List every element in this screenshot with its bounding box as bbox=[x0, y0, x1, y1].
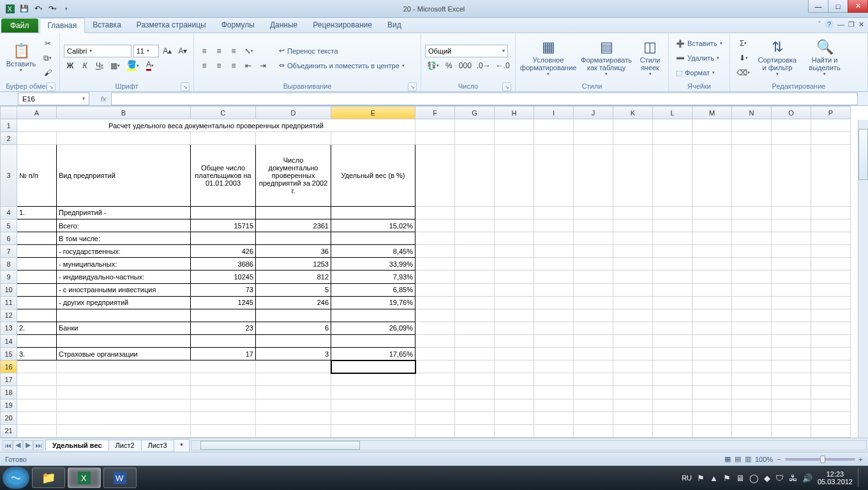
cell-N21[interactable] bbox=[732, 424, 772, 437]
workbook-close-icon[interactable]: ✕ bbox=[858, 20, 864, 29]
cell-H12[interactable] bbox=[495, 309, 534, 322]
col-header-N[interactable]: N bbox=[732, 107, 772, 119]
cell-B5[interactable]: Всего: bbox=[57, 219, 191, 232]
row-header-13[interactable]: 13 bbox=[1, 322, 17, 334]
scrollbar-thumb[interactable] bbox=[200, 441, 360, 450]
cell-B3[interactable]: Вид предприятий bbox=[57, 145, 191, 207]
tray-network-icon[interactable]: 🖧 bbox=[789, 473, 797, 483]
cell-M3[interactable] bbox=[692, 145, 732, 207]
cell-J15[interactable] bbox=[574, 348, 613, 360]
cell-H20[interactable] bbox=[495, 412, 534, 424]
cell-H5[interactable] bbox=[495, 219, 534, 232]
cell-L11[interactable] bbox=[653, 296, 692, 309]
cell-I20[interactable] bbox=[534, 412, 574, 424]
cell-A18[interactable] bbox=[17, 386, 57, 399]
cell-H2[interactable] bbox=[495, 132, 534, 145]
col-header-M[interactable]: M bbox=[692, 107, 732, 119]
cell-K15[interactable] bbox=[613, 348, 653, 360]
cell-O11[interactable] bbox=[772, 296, 811, 309]
cell-K1[interactable] bbox=[613, 119, 653, 132]
cell-K4[interactable] bbox=[613, 206, 653, 219]
cell-J21[interactable] bbox=[574, 424, 613, 437]
cell-K14[interactable] bbox=[613, 334, 653, 347]
cell-J8[interactable] bbox=[574, 258, 613, 271]
cell-K19[interactable] bbox=[613, 399, 653, 412]
accounting-format-button[interactable]: 💱▾ bbox=[425, 59, 440, 72]
cell-F16[interactable] bbox=[415, 360, 455, 373]
cell-M18[interactable] bbox=[692, 386, 732, 399]
underline-button[interactable]: Ч▾ bbox=[93, 59, 106, 72]
number-dialog-icon[interactable]: ↘ bbox=[502, 82, 511, 91]
cell-B8[interactable]: - муниципальных: bbox=[57, 258, 191, 271]
cell-M11[interactable] bbox=[692, 296, 732, 309]
cell-A12[interactable] bbox=[17, 309, 57, 322]
cell-E8[interactable]: 33,99% bbox=[331, 258, 415, 271]
scrollbar-thumb[interactable] bbox=[858, 129, 868, 180]
col-header-H[interactable]: H bbox=[495, 107, 534, 119]
cell-P14[interactable] bbox=[811, 334, 851, 347]
cell-J3[interactable] bbox=[574, 145, 613, 207]
cell-F5[interactable] bbox=[415, 219, 455, 232]
select-all[interactable] bbox=[1, 107, 17, 119]
cell-A6[interactable] bbox=[17, 232, 57, 245]
sheet-nav-next-icon[interactable]: ▶ bbox=[23, 440, 33, 450]
fill-button[interactable]: ⬇▾ bbox=[734, 52, 752, 64]
cell-A15[interactable]: 3. bbox=[17, 348, 57, 360]
cell-L20[interactable] bbox=[653, 412, 692, 424]
cell-G7[interactable] bbox=[455, 245, 495, 258]
cell-D2[interactable] bbox=[256, 132, 331, 145]
borders-button[interactable]: ▦▾ bbox=[108, 59, 123, 72]
cell-I8[interactable] bbox=[534, 258, 574, 271]
cell-J5[interactable] bbox=[574, 219, 613, 232]
cell-F7[interactable] bbox=[415, 245, 455, 258]
cell-K21[interactable] bbox=[613, 424, 653, 437]
cell-O14[interactable] bbox=[772, 334, 811, 347]
cell-L12[interactable] bbox=[653, 309, 692, 322]
cell-L19[interactable] bbox=[653, 399, 692, 412]
cell-G11[interactable] bbox=[455, 296, 495, 309]
cell-P5[interactable] bbox=[811, 219, 851, 232]
cell-G2[interactable] bbox=[455, 132, 495, 145]
cell-E3[interactable]: Удельный вес (в %) bbox=[331, 145, 415, 207]
cell-O4[interactable] bbox=[772, 206, 811, 219]
cell-O12[interactable] bbox=[772, 309, 811, 322]
cell-H3[interactable] bbox=[495, 145, 534, 207]
cell-L13[interactable] bbox=[653, 322, 692, 334]
cell-F12[interactable] bbox=[415, 309, 455, 322]
cell-J10[interactable] bbox=[574, 283, 613, 296]
cell-B14[interactable] bbox=[57, 334, 191, 347]
horizontal-scrollbar[interactable] bbox=[191, 440, 867, 450]
tray-monitor-icon[interactable]: 🖥 bbox=[736, 473, 744, 483]
cell-I14[interactable] bbox=[534, 334, 574, 347]
taskbar-word-icon[interactable]: W bbox=[103, 468, 137, 488]
cell-J17[interactable] bbox=[574, 373, 613, 386]
cell-G19[interactable] bbox=[455, 399, 495, 412]
cell-N8[interactable] bbox=[732, 258, 772, 271]
cell-L8[interactable] bbox=[653, 258, 692, 271]
cell-C11[interactable]: 1245 bbox=[191, 296, 256, 309]
cell-N12[interactable] bbox=[732, 309, 772, 322]
worksheet-grid[interactable]: ABCDEFGHIJKLMNOP1Расчет удельного веса д… bbox=[0, 106, 868, 438]
cell-F2[interactable] bbox=[415, 132, 455, 145]
cell-N11[interactable] bbox=[732, 296, 772, 309]
row-header-16[interactable]: 16 bbox=[1, 360, 17, 373]
cell-A13[interactable]: 2. bbox=[17, 322, 57, 334]
col-header-G[interactable]: G bbox=[455, 107, 495, 119]
cell-C12[interactable] bbox=[191, 309, 256, 322]
cell-M12[interactable] bbox=[692, 309, 732, 322]
cell-D13[interactable]: 6 bbox=[256, 322, 331, 334]
col-header-C[interactable]: C bbox=[191, 107, 256, 119]
cell-B17[interactable] bbox=[57, 373, 191, 386]
cell-E18[interactable] bbox=[331, 386, 415, 399]
row-header-7[interactable]: 7 bbox=[1, 245, 17, 258]
cell-L17[interactable] bbox=[653, 373, 692, 386]
cell-H15[interactable] bbox=[495, 348, 534, 360]
help-icon[interactable]: ? bbox=[825, 20, 834, 29]
cell-C16[interactable] bbox=[191, 360, 256, 373]
cell-L16[interactable] bbox=[653, 360, 692, 373]
cell-K7[interactable] bbox=[613, 245, 653, 258]
cell-P10[interactable] bbox=[811, 283, 851, 296]
increase-decimal-button[interactable]: .0→ bbox=[475, 59, 492, 72]
cell-title[interactable]: Расчет удельного веса документально пров… bbox=[17, 119, 415, 132]
cell-D17[interactable] bbox=[256, 373, 331, 386]
